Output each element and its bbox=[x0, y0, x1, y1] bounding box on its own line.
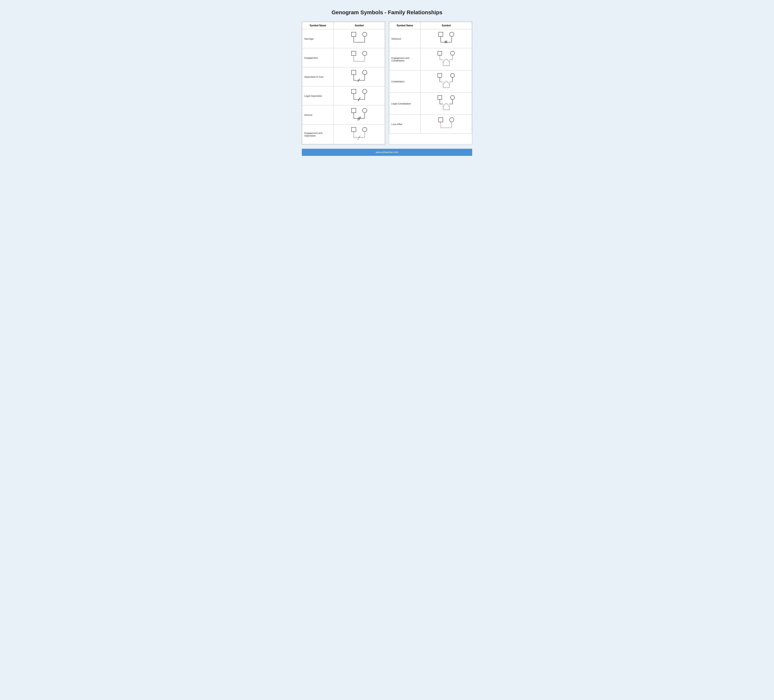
row-symbol-widowed bbox=[420, 29, 472, 48]
svg-rect-22 bbox=[352, 108, 356, 113]
svg-point-43 bbox=[450, 51, 455, 55]
left-table: Symbol Name Symbol Marriage bbox=[302, 21, 385, 144]
right-col2-header: Symbol bbox=[420, 22, 472, 29]
row-name-eng-cohab: Engagement and Cohabitation bbox=[389, 48, 420, 70]
tables-wrapper: Symbol Name Symbol Marriage bbox=[302, 21, 472, 144]
svg-line-34 bbox=[358, 136, 360, 140]
row-name-legal-cohab: Legal Cohabitation bbox=[389, 92, 420, 115]
row-name-engagement: Engagement bbox=[302, 48, 334, 67]
row-name-eng-sep: Engagement and Seperation bbox=[302, 124, 334, 144]
table-row: Engagement and Seperation bbox=[302, 124, 385, 144]
row-symbol-divorce bbox=[334, 106, 385, 124]
row-symbol-sep-fact bbox=[334, 67, 385, 86]
right-col1-header: Symbol Name bbox=[389, 22, 420, 29]
row-symbol-marriage bbox=[334, 29, 385, 48]
row-name-legal-sep: Legal Seperation bbox=[302, 86, 334, 106]
svg-point-61 bbox=[450, 117, 454, 122]
svg-point-30 bbox=[362, 127, 367, 132]
svg-point-49 bbox=[450, 73, 455, 78]
table-row: Seperation in Fact bbox=[302, 67, 385, 86]
svg-point-11 bbox=[362, 70, 367, 74]
footer-bar: www.edrawmax.com bbox=[302, 149, 472, 156]
left-col1-header: Symbol Name bbox=[302, 22, 334, 29]
footer-text: www.edrawmax.com bbox=[376, 151, 399, 154]
row-name-sep-fact: Seperation in Fact bbox=[302, 67, 334, 86]
right-table: Symbol Name Symbol Widowed bbox=[389, 21, 472, 144]
svg-rect-16 bbox=[352, 89, 356, 94]
svg-point-1 bbox=[362, 32, 367, 36]
svg-rect-48 bbox=[438, 73, 442, 78]
table-row: Legal Seperation bbox=[302, 86, 385, 106]
svg-rect-29 bbox=[352, 127, 356, 132]
svg-point-36 bbox=[450, 32, 454, 36]
row-name-love-affair: Love Affair bbox=[389, 115, 420, 134]
row-name-widowed: Widowed bbox=[389, 29, 420, 48]
left-col2-header: Symbol bbox=[334, 22, 385, 29]
row-symbol-engagement bbox=[334, 48, 385, 67]
row-symbol-legal-sep bbox=[334, 86, 385, 106]
svg-point-6 bbox=[362, 51, 367, 56]
svg-point-17 bbox=[362, 89, 367, 94]
svg-rect-35 bbox=[438, 32, 443, 36]
svg-point-55 bbox=[450, 96, 455, 99]
row-symbol-eng-cohab bbox=[420, 48, 472, 70]
row-symbol-legal-cohab bbox=[420, 92, 472, 115]
row-name-marriage: Marriage bbox=[302, 29, 334, 48]
svg-rect-5 bbox=[352, 51, 356, 56]
row-symbol-eng-sep bbox=[334, 124, 385, 144]
table-row: Cohabitation bbox=[389, 70, 472, 92]
table-row: Divorce bbox=[302, 106, 385, 124]
table-row: Legal Cohabitation bbox=[389, 92, 472, 115]
svg-rect-60 bbox=[438, 117, 443, 122]
row-symbol-cohab bbox=[420, 70, 472, 92]
table-row: Love Affair bbox=[389, 115, 472, 134]
table-row: Engagement and Cohabitation bbox=[389, 48, 472, 70]
row-name-cohab: Cohabitation bbox=[389, 70, 420, 92]
row-symbol-love-affair bbox=[420, 115, 472, 134]
row-name-divorce: Divorce bbox=[302, 106, 334, 124]
svg-rect-10 bbox=[352, 70, 356, 74]
table-row: Marriage bbox=[302, 29, 385, 48]
svg-point-23 bbox=[362, 108, 367, 113]
table-row: Engagement bbox=[302, 48, 385, 67]
svg-rect-54 bbox=[438, 96, 442, 99]
svg-rect-0 bbox=[352, 32, 356, 36]
svg-rect-42 bbox=[438, 51, 442, 55]
page-title: Genogram Symbols - Family Relationships bbox=[332, 9, 442, 15]
table-row: Widowed bbox=[389, 29, 472, 48]
